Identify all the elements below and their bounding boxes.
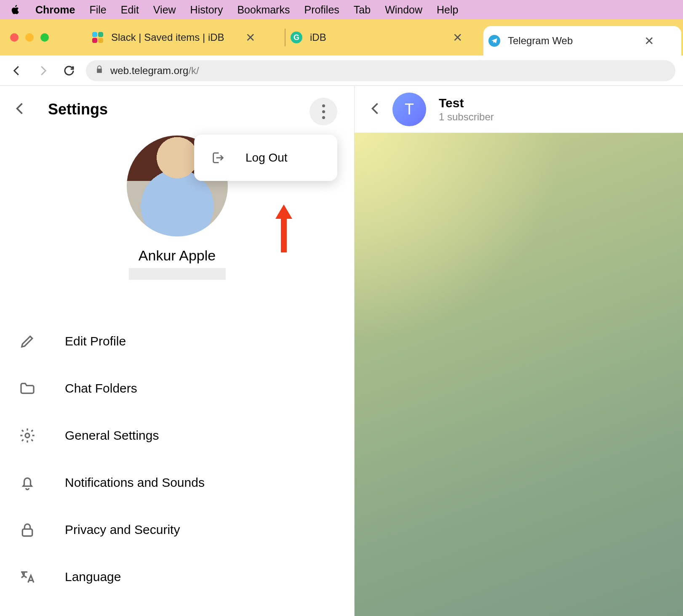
menu-item-logout[interactable]: Log Out: [194, 146, 337, 170]
menu-history[interactable]: History: [190, 4, 223, 16]
chat-subtitle: 1 subscriber: [439, 111, 494, 123]
settings-header: Settings: [0, 86, 354, 133]
window-controls: [10, 33, 49, 42]
chat-header: T Test 1 subscriber: [355, 86, 683, 133]
lock-icon: [18, 521, 37, 538]
tab-close-icon[interactable]: ✕: [644, 34, 654, 48]
telegram-app: Settings Log Out Ankur Apple: [0, 86, 683, 616]
browser-toolbar: web.telegram.org/k/: [0, 56, 683, 86]
menu-tab[interactable]: Tab: [354, 4, 371, 16]
window-minimize-button[interactable]: [25, 33, 34, 42]
chat-avatar[interactable]: T: [392, 93, 426, 126]
settings-item-label: Language: [65, 570, 121, 584]
menu-view[interactable]: View: [153, 4, 176, 16]
tab-label: iDB: [310, 32, 326, 43]
svg-rect-1: [22, 529, 32, 536]
settings-panel: Settings Log Out Ankur Apple: [0, 86, 355, 616]
tab-close-icon[interactable]: ✕: [453, 31, 462, 45]
chat-back-button[interactable]: [368, 101, 383, 118]
chat-background: [355, 133, 683, 616]
tab-label: Telegram Web: [508, 35, 573, 47]
slack-favicon-icon: [92, 32, 104, 43]
browser-tab-telegram[interactable]: Telegram Web ✕: [483, 26, 681, 56]
window-maximize-button[interactable]: [40, 33, 49, 42]
settings-item-general[interactable]: General Settings: [0, 412, 354, 459]
settings-item-notifications[interactable]: Notifications and Sounds: [0, 459, 354, 506]
chat-panel: T Test 1 subscriber: [355, 86, 683, 616]
folder-icon: [18, 380, 37, 397]
gear-icon: [18, 427, 37, 444]
lock-icon: [95, 65, 104, 77]
profile-name: Ankur Apple: [139, 247, 216, 264]
settings-item-label: General Settings: [65, 428, 159, 443]
browser-tab-slack[interactable]: Slack | Saved items | iDB ✕: [87, 19, 285, 56]
window-close-button[interactable]: [10, 33, 19, 42]
translate-icon: [18, 568, 37, 585]
chat-title-block[interactable]: Test 1 subscriber: [439, 96, 494, 123]
browser-tab-strip: Slack | Saved items | iDB ✕ G iDB ✕ Tele…: [0, 19, 683, 56]
telegram-favicon-icon: [488, 35, 500, 47]
bell-icon: [18, 474, 37, 491]
settings-item-label: Notifications and Sounds: [65, 475, 205, 490]
browser-tab-idb[interactable]: G iDB ✕: [285, 19, 483, 56]
settings-title: Settings: [48, 101, 108, 118]
active-app-name[interactable]: Chrome: [35, 4, 75, 16]
apple-logo-icon: [10, 4, 21, 15]
pencil-icon: [18, 333, 37, 350]
menu-file[interactable]: File: [89, 4, 106, 16]
more-vertical-icon: [322, 104, 325, 119]
menu-window[interactable]: Window: [385, 4, 422, 16]
settings-item-edit-profile[interactable]: Edit Profile: [0, 318, 354, 365]
address-bar[interactable]: web.telegram.org/k/: [86, 60, 675, 81]
url-path: /k/: [188, 65, 199, 77]
menu-bookmarks[interactable]: Bookmarks: [237, 4, 290, 16]
settings-item-label: Chat Folders: [65, 381, 137, 396]
logout-icon: [209, 151, 227, 165]
browser-reload-button[interactable]: [60, 61, 78, 80]
chat-title: Test: [439, 96, 494, 110]
url-host: web.telegram.org: [110, 65, 188, 77]
menu-edit[interactable]: Edit: [121, 4, 139, 16]
browser-back-button[interactable]: [8, 61, 26, 80]
svg-point-0: [25, 433, 29, 438]
mac-menubar: Chrome File Edit View History Bookmarks …: [0, 0, 683, 19]
menu-item-label: Log Out: [245, 151, 288, 165]
settings-more-button[interactable]: [309, 98, 337, 125]
tab-label: Slack | Saved items | iDB: [111, 32, 224, 43]
settings-more-menu: Log Out: [194, 135, 337, 181]
settings-item-label: Privacy and Security: [65, 523, 180, 537]
settings-item-chat-folders[interactable]: Chat Folders: [0, 365, 354, 412]
menu-help[interactable]: Help: [437, 4, 458, 16]
annotation-arrow-icon: [274, 202, 294, 252]
tab-close-icon[interactable]: ✕: [245, 31, 255, 45]
settings-item-label: Edit Profile: [65, 334, 126, 348]
settings-item-language[interactable]: Language: [0, 553, 354, 600]
browser-forward-button[interactable]: [34, 61, 52, 80]
profile-subline-redacted: [129, 268, 226, 280]
settings-item-privacy[interactable]: Privacy and Security: [0, 506, 354, 553]
menu-profiles[interactable]: Profiles: [304, 4, 339, 16]
settings-list: Edit Profile Chat Folders General Settin…: [0, 318, 354, 600]
idb-favicon-icon: G: [291, 32, 302, 43]
settings-back-button[interactable]: [13, 101, 28, 118]
